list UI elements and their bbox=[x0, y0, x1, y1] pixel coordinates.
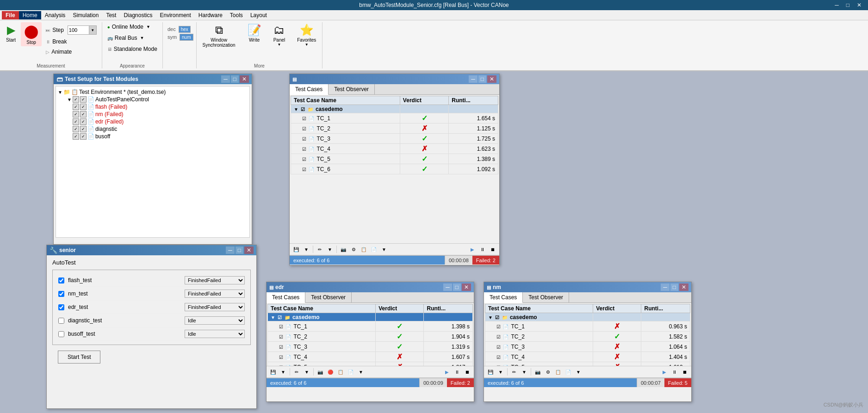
flash-status-select[interactable]: FinishedFailed Idle Running bbox=[185, 276, 245, 284]
tool-stop[interactable]: ⏹ bbox=[488, 245, 497, 254]
main-test-maximize[interactable]: □ bbox=[478, 75, 486, 83]
nm-checkbox[interactable] bbox=[58, 291, 64, 297]
table-row[interactable]: ☑ 📄 TC_3 ✓ 1.319 s bbox=[268, 342, 473, 352]
menu-item-file[interactable]: File bbox=[2, 11, 19, 19]
break-button[interactable]: ⏸ Break bbox=[43, 37, 99, 46]
nm-tool-doc[interactable]: 📄 bbox=[564, 367, 573, 376]
table-row[interactable]: ☑ 📄 TC_2 ✓ 1.582 s bbox=[485, 332, 690, 342]
tool-edit[interactable]: ✏ bbox=[315, 245, 324, 254]
hex-button[interactable]: hex bbox=[179, 26, 191, 33]
tree-cb2-autopanel[interactable] bbox=[80, 96, 87, 103]
menu-item-environment[interactable]: Environment bbox=[156, 11, 194, 19]
menu-item-hardware[interactable]: Hardware bbox=[195, 11, 226, 19]
minimize-btn[interactable]: ─ bbox=[832, 2, 842, 8]
nm-tool-play[interactable]: ▶ bbox=[660, 367, 669, 376]
menu-item-tools[interactable]: Tools bbox=[226, 11, 247, 19]
menu-item-layout[interactable]: Layout bbox=[247, 11, 271, 19]
edr-tool-doc[interactable]: 📄 bbox=[346, 367, 355, 376]
online-mode-button[interactable]: ● Online Mode ▼ bbox=[105, 22, 153, 31]
table-row[interactable]: ☑ 📄 TC_2 ✗ 1.125 s bbox=[291, 123, 498, 134]
tree-cb2-flash[interactable] bbox=[80, 104, 87, 110]
tool-settings[interactable]: ⚙ bbox=[349, 245, 358, 254]
real-bus-button[interactable]: 🚌 Real Bus ▼ bbox=[105, 33, 147, 43]
tab-test-cases-edr[interactable]: Test Cases bbox=[267, 292, 305, 303]
tool-save[interactable]: 💾 bbox=[291, 245, 301, 254]
tool-doc[interactable]: 📄 bbox=[369, 245, 378, 254]
menu-item-test[interactable]: Test bbox=[102, 11, 120, 19]
menu-item-home[interactable]: Home bbox=[19, 11, 41, 19]
nm-tool-copy[interactable]: 📋 bbox=[553, 367, 563, 376]
edr-tool-save[interactable]: 💾 bbox=[268, 367, 278, 376]
senior-minimize[interactable]: ─ bbox=[226, 247, 235, 254]
test-setup-maximize[interactable]: □ bbox=[231, 75, 239, 83]
close-btn[interactable]: ✕ bbox=[854, 2, 864, 8]
start-test-button[interactable]: Start Test bbox=[58, 351, 100, 364]
edr-close[interactable]: ✕ bbox=[462, 284, 471, 291]
edr-tool-play[interactable]: ▶ bbox=[442, 367, 452, 376]
tree-cb-nm[interactable] bbox=[73, 111, 79, 117]
table-row-group[interactable]: ▼ ☑ 📁 casedemo bbox=[268, 313, 473, 321]
start-button[interactable]: ▶ Start bbox=[3, 22, 19, 44]
edr-tool-down2[interactable]: ▼ bbox=[302, 367, 311, 376]
edr-tool-red[interactable]: 🔴 bbox=[326, 367, 335, 376]
nm-tool-pause[interactable]: ⏸ bbox=[670, 367, 679, 376]
tab-test-cases-main[interactable]: Test Cases bbox=[290, 84, 329, 95]
nm-close[interactable]: ✕ bbox=[679, 284, 688, 291]
edr-tool-camera[interactable]: 📷 bbox=[316, 367, 325, 376]
maximize-btn[interactable]: □ bbox=[843, 2, 852, 8]
tree-item-flash[interactable]: ▼ 📄 flash (Failed) bbox=[58, 103, 248, 111]
table-row[interactable]: ☑ 📄 TC_3 ✗ 1.064 s bbox=[485, 342, 690, 352]
menu-item-simulation[interactable]: Simulation bbox=[69, 11, 102, 19]
tree-cb-edr[interactable] bbox=[73, 118, 79, 125]
tree-cb-autopanel[interactable] bbox=[73, 96, 79, 103]
table-row-group[interactable]: ▼ ☑ 📁 casedemo bbox=[485, 313, 690, 321]
tool-copy[interactable]: 📋 bbox=[359, 245, 368, 254]
standalone-mode-button[interactable]: 🖥 Standalone Mode bbox=[105, 44, 160, 54]
menu-item-diagnostics[interactable]: Diagnostics bbox=[120, 11, 156, 19]
nm-tool-settings[interactable]: ⚙ bbox=[543, 367, 552, 376]
tree-item-busoff[interactable]: ▼ 📄 busoff bbox=[58, 133, 248, 140]
main-test-close[interactable]: ✕ bbox=[487, 75, 496, 83]
tool-arrow-down[interactable]: ▼ bbox=[302, 245, 311, 254]
tree-cb2-busoff[interactable] bbox=[80, 133, 87, 140]
nm-tool-save[interactable]: 💾 bbox=[486, 367, 495, 376]
busoff-status-select[interactable]: Idle FinishedFailed bbox=[185, 330, 245, 338]
nm-maximize[interactable]: □ bbox=[670, 284, 678, 291]
tab-test-cases-nm[interactable]: Test Cases bbox=[484, 292, 523, 303]
table-row[interactable]: ☑ 📄 TC_2 ✓ 1.904 s bbox=[268, 332, 473, 342]
nm-tool-down2[interactable]: ▼ bbox=[520, 367, 529, 376]
table-row[interactable]: ☑ 📄 TC_4 ✗ 1.404 s bbox=[485, 352, 690, 362]
step-combo[interactable]: ▼ bbox=[68, 25, 97, 35]
tree-cb-busoff[interactable] bbox=[73, 133, 79, 140]
nm-tool-camera[interactable]: 📷 bbox=[533, 367, 542, 376]
edr-tool-down[interactable]: ▼ bbox=[279, 367, 288, 376]
panel-button[interactable]: 🗂 Panel ▼ bbox=[270, 22, 289, 48]
senior-close[interactable]: ✕ bbox=[244, 247, 254, 254]
table-row[interactable]: ☑ 📄 TC_4 ✗ 1.623 s bbox=[291, 144, 498, 154]
table-row[interactable]: ☑ 📄 TC_1 ✓ 1.398 s bbox=[268, 321, 473, 332]
write-button[interactable]: 📝 Write bbox=[244, 22, 265, 44]
tool-export-arrow[interactable]: ▼ bbox=[379, 245, 389, 254]
tab-test-observer-main[interactable]: Test Observer bbox=[329, 84, 375, 94]
diagnstic-status-select[interactable]: Idle FinishedFailed bbox=[185, 316, 245, 325]
main-test-minimize[interactable]: ─ bbox=[469, 75, 477, 83]
busoff-checkbox[interactable] bbox=[58, 331, 64, 337]
step-arrow[interactable]: ▼ bbox=[89, 26, 96, 34]
tree-cb2-nm[interactable] bbox=[80, 111, 87, 117]
tree-cb2-edr[interactable] bbox=[80, 118, 87, 125]
step-input[interactable] bbox=[68, 27, 89, 33]
table-row[interactable]: ☑ 📄 TC_5 ✗ 1.217 s bbox=[268, 362, 473, 366]
favorites-button[interactable]: ⭐ Favorites ▼ bbox=[294, 22, 319, 48]
window-sync-button[interactable]: ⧉ WindowSynchronization bbox=[199, 22, 239, 49]
table-row[interactable]: ☑ 📄 TC_1 ✗ 0.963 s bbox=[485, 321, 690, 332]
tab-test-observer-edr[interactable]: Test Observer bbox=[305, 292, 352, 302]
nm-minimize[interactable]: ─ bbox=[661, 284, 670, 291]
edr-tool-stop[interactable]: ⏹ bbox=[463, 367, 472, 376]
step-button[interactable]: ⏭ Step ▼ bbox=[43, 24, 99, 36]
tree-cb-diagnstic[interactable] bbox=[73, 126, 79, 132]
edr-tool-edit[interactable]: ✏ bbox=[292, 367, 301, 376]
nm-tool-stop[interactable]: ⏹ bbox=[680, 367, 689, 376]
table-row[interactable]: ☑ 📄 TC_5 ✗ 1.613 s bbox=[485, 362, 690, 366]
tree-item-autopanel[interactable]: ▼ 📄 AutoTestPanelControl bbox=[58, 96, 248, 103]
tree-item-diagnstic[interactable]: ▼ 📄 diagnstic bbox=[58, 125, 248, 133]
